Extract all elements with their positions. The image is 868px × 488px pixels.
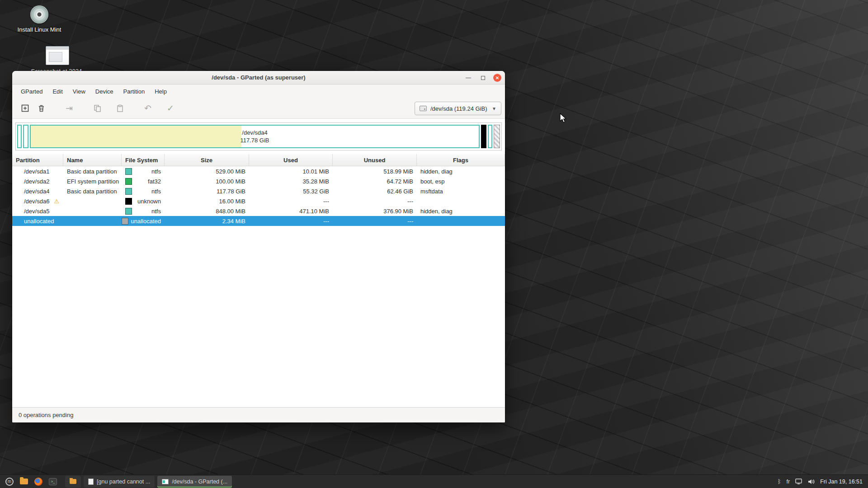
used-space-fill [31, 126, 241, 147]
clock[interactable]: Fri Jan 19, 16:51 [820, 479, 863, 485]
menu-view[interactable]: View [68, 86, 90, 97]
taskbar-window-button[interactable]: /dev/sda - GParted (... [157, 476, 232, 488]
partition-segment-sda1[interactable] [17, 125, 22, 148]
device-selector-value: /dev/sda (119.24 GiB) [430, 105, 487, 112]
cell-flags: hidden, diag [417, 166, 505, 176]
volume-icon[interactable] [807, 479, 815, 485]
firefox-icon[interactable] [33, 477, 43, 487]
keyboard-layout[interactable]: fr [787, 479, 790, 485]
menu-partition[interactable]: Partition [118, 86, 150, 97]
maximize-button[interactable] [479, 74, 487, 82]
menu-device[interactable]: Device [90, 86, 118, 97]
taskbar: m >_ [gnu parted cannot .../dev/sda - GP… [0, 474, 868, 488]
table-row[interactable]: /dev/sda2EFI system partitionfat32100.00… [12, 176, 505, 186]
drive-icon [420, 106, 427, 111]
desktop-icon-screenshot[interactable]: Screenshot at 2024- [28, 46, 87, 75]
cell-filesystem: ntfs [122, 206, 165, 216]
cell-size: 2.34 MiB [165, 216, 249, 226]
cell-flags [417, 216, 505, 226]
cell-unused: --- [333, 196, 417, 206]
partition-segment-sda6[interactable] [481, 125, 486, 148]
filesystem-color-swatch [125, 188, 132, 195]
column-header-name[interactable]: Name [63, 154, 122, 166]
window-list: [gnu parted cannot .../dev/sda - GParted… [62, 476, 232, 488]
cell-filesystem: unallocated [122, 216, 165, 226]
cell-used: 10.01 MiB [249, 166, 333, 176]
taskbar-window-button[interactable] [65, 476, 81, 488]
filesystem-color-swatch [125, 178, 132, 185]
status-text: 0 operations pending [19, 412, 73, 418]
cell-name: EFI system partition [63, 176, 122, 186]
titlebar[interactable]: /dev/sda - GParted (as superuser) — ✕ [12, 71, 505, 84]
table-row[interactable]: /dev/sda1Basic data partitionntfs529.00 … [12, 166, 505, 176]
column-header-flags[interactable]: Flags [417, 154, 505, 166]
table-row[interactable]: /dev/sda6⚠unknown16.00 MiB------ [12, 196, 505, 206]
partition-visual-bar: /dev/sda4 117.78 GiB [15, 122, 502, 150]
menu-gparted[interactable]: GParted [16, 86, 47, 97]
delete-partition-button[interactable] [33, 101, 49, 116]
menu-edit[interactable]: Edit [47, 86, 67, 97]
undo-button[interactable]: ↶ [140, 101, 156, 116]
column-header-partition[interactable]: Partition [12, 154, 63, 166]
filesystem-color-swatch [125, 198, 132, 205]
paste-button[interactable] [112, 101, 128, 116]
minimize-button[interactable]: — [464, 74, 472, 82]
cell-used: 35.28 MiB [249, 176, 333, 186]
folder-icon [70, 479, 76, 484]
cell-filesystem: ntfs [122, 166, 165, 176]
terminal-icon[interactable]: >_ [48, 477, 58, 487]
table-row[interactable]: /dev/sda4Basic data partitionntfs117.78 … [12, 186, 505, 196]
close-button[interactable]: ✕ [493, 74, 501, 82]
cell-flags: hidden, diag [417, 206, 505, 216]
partition-segment-sda2[interactable] [23, 125, 28, 148]
cell-unused: 518.99 MiB [333, 166, 417, 176]
doc-icon [88, 479, 94, 485]
file-manager-icon[interactable] [19, 477, 29, 487]
table-row[interactable]: unallocatedunallocated2.34 MiB------ [12, 216, 505, 226]
new-partition-button[interactable] [17, 101, 33, 116]
menu-help[interactable]: Help [150, 86, 172, 97]
partition-segment-sda5[interactable] [488, 125, 492, 148]
cell-unused: 62.46 GiB [333, 186, 417, 196]
device-selector[interactable]: /dev/sda (119.24 GiB) ▼ [415, 102, 501, 115]
copy-button[interactable] [89, 101, 105, 116]
apply-button[interactable]: ✓ [162, 101, 179, 116]
partition-segment-unallocated[interactable] [494, 125, 500, 148]
cell-partition: unallocated [12, 216, 63, 226]
column-header-unused[interactable]: Unused [333, 154, 417, 166]
mouse-cursor [559, 113, 568, 126]
mint-menu-icon[interactable]: m [5, 477, 14, 487]
cell-filesystem: ntfs [122, 186, 165, 196]
cell-unused: 64.72 MiB [333, 176, 417, 186]
filesystem-color-swatch [125, 168, 132, 175]
window-title: /dev/sda - GParted (as superuser) [12, 74, 505, 81]
partition-label: /dev/sda4 [242, 129, 267, 136]
cell-filesystem: unknown [122, 196, 165, 206]
cell-partition: /dev/sda2 [12, 176, 63, 186]
cell-flags: msftdata [417, 186, 505, 196]
cell-size: 16.00 MiB [165, 196, 249, 206]
table-row[interactable]: /dev/sda5ntfs848.00 MiB471.10 MiB376.90 … [12, 206, 505, 216]
column-header-file-system[interactable]: File System [122, 154, 165, 166]
resize-move-button[interactable]: ⇥ [61, 101, 77, 116]
column-header-used[interactable]: Used [249, 154, 333, 166]
desktop-icon-install[interactable]: Install Linux Mint [12, 5, 66, 33]
partition-segment-sda4[interactable]: /dev/sda4 117.78 GiB [30, 125, 480, 148]
cell-name: Basic data partition [63, 166, 122, 176]
cell-filesystem: fat32 [122, 176, 165, 186]
cell-partition: /dev/sda6⚠ [12, 196, 63, 206]
gparted-window: /dev/sda - GParted (as superuser) — ✕ GP… [12, 71, 505, 422]
bluetooth-icon[interactable]: ᛒ [778, 479, 781, 485]
cell-flags [417, 196, 505, 206]
taskbar-window-label: [gnu parted cannot ... [97, 479, 150, 485]
column-header-size[interactable]: Size [165, 154, 249, 166]
cell-size: 100.00 MiB [165, 176, 249, 186]
cd-disc-icon [30, 5, 48, 23]
toolbar: ⇥ ↶ ✓ /dev/sda (119.24 GiB) ▼ [12, 98, 505, 119]
taskbar-window-button[interactable]: [gnu parted cannot ... [84, 476, 155, 488]
display-icon[interactable] [795, 479, 802, 484]
gparted-icon [162, 479, 169, 484]
partition-size-label: 117.78 GiB [240, 136, 269, 144]
desktop: Install Linux Mint Screenshot at 2024- /… [0, 0, 868, 488]
cell-partition: /dev/sda4 [12, 186, 63, 196]
